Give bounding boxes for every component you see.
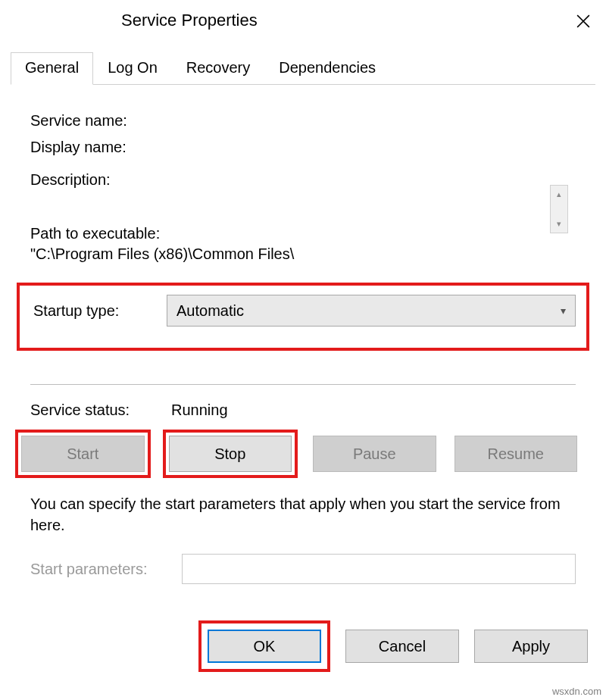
service-status-value: Running [171, 402, 576, 419]
tab-dependencies[interactable]: Dependencies [264, 52, 390, 85]
tab-recovery[interactable]: Recovery [172, 52, 264, 85]
start-params-note: You can specify the start parameters tha… [30, 493, 576, 536]
dialog-footer: OK Cancel Apply [11, 620, 595, 672]
startup-type-value: Automatic [176, 302, 244, 320]
path-label: Path to executable: [30, 225, 576, 242]
scroll-down-icon[interactable]: ▾ [557, 220, 561, 228]
ok-button-highlight: OK [198, 620, 330, 672]
general-panel: Service name: Display name: Description:… [11, 98, 595, 584]
start-parameters-row: Start parameters: [30, 554, 576, 584]
close-icon [576, 14, 590, 28]
close-button[interactable] [571, 9, 595, 33]
tab-general[interactable]: General [11, 52, 93, 85]
scroll-up-icon[interactable]: ▴ [557, 190, 561, 198]
chevron-down-icon: ▾ [561, 305, 566, 317]
pause-button: Pause [313, 436, 436, 472]
apply-button[interactable]: Apply [474, 630, 588, 663]
service-name-label: Service name: [30, 112, 171, 130]
service-status-label: Service status: [30, 402, 171, 419]
display-name-row: Display name: [30, 139, 576, 156]
description-label: Description: [30, 171, 171, 189]
display-name-label: Display name: [30, 139, 171, 156]
resume-button: Resume [454, 436, 578, 472]
description-row: Description: [30, 171, 576, 189]
start-parameters-label: Start parameters: [30, 561, 171, 578]
path-row: Path to executable: "C:\Program Files (x… [30, 225, 576, 263]
startup-type-label: Startup type: [26, 302, 167, 320]
stop-button-highlight: Stop [163, 430, 298, 478]
startup-type-highlight: Startup type: Automatic ▾ [17, 283, 589, 351]
stop-button[interactable]: Stop [169, 436, 292, 472]
service-control-buttons: Start Stop Pause Resume [15, 430, 580, 478]
service-name-row: Service name: [30, 112, 576, 130]
separator [30, 384, 576, 385]
path-value: "C:\Program Files (x86)\Common Files\ [30, 245, 576, 263]
titlebar: Service Properties [0, 0, 606, 42]
start-button: Start [21, 436, 145, 472]
tab-bar: General Log On Recovery Dependencies [11, 52, 595, 85]
window-title: Service Properties [121, 11, 258, 30]
watermark: wsxdn.com [552, 686, 601, 697]
start-parameters-input [182, 554, 576, 584]
tab-logon[interactable]: Log On [93, 52, 172, 85]
ok-button[interactable]: OK [208, 630, 321, 663]
cancel-button[interactable]: Cancel [345, 630, 459, 663]
startup-type-select[interactable]: Automatic ▾ [167, 295, 576, 327]
service-status-row: Service status: Running [30, 402, 576, 419]
start-button-highlight: Start [15, 430, 151, 478]
description-scrollbar[interactable]: ▴ ▾ [550, 185, 568, 233]
